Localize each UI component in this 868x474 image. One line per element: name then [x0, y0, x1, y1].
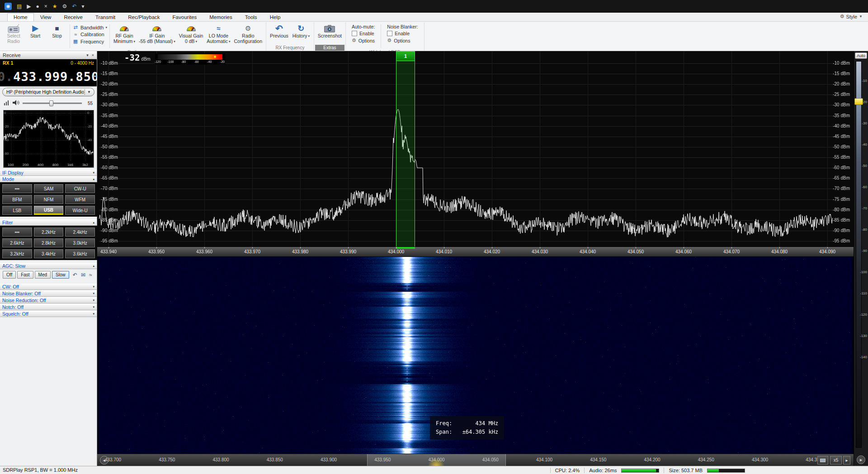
stop-button[interactable]: ■ Stop [47, 23, 67, 39]
chevron-down-icon[interactable]: ▾ [86, 53, 89, 57]
start-playback-icon[interactable]: ▶ [27, 4, 31, 9]
section-noise-reduction[interactable]: Noise Reduction: Off▾ [0, 297, 97, 303]
filter-button-2-6khz[interactable]: 2.6kHz [2, 238, 32, 247]
style-selector[interactable]: ⚙ Style ▼ [840, 14, 863, 19]
lo-mode-button[interactable]: ≈ LO Mode Automatic▾ [205, 23, 231, 45]
tab-favourites[interactable]: Favourites [166, 13, 203, 21]
agc-curve-icon[interactable]: ≈ [89, 272, 92, 278]
frequency-navigator[interactable]: ◂ 433.700433.750433.800433.850433.900433… [97, 454, 854, 466]
speaker-icon[interactable] [13, 99, 19, 107]
agc-envelope-icon[interactable]: ✉ [81, 272, 85, 278]
spectrum-frequency-scale[interactable]: 433.940433.950433.960433.970433.980433.9… [97, 246, 854, 257]
open-folder-icon[interactable]: ▤ [17, 4, 22, 9]
section-cw[interactable]: CW: Off▾ [0, 284, 97, 290]
visual-gain-button[interactable]: Visual Gain 0 dB▾ [178, 23, 205, 45]
navigator-freq-label: 434.250 [698, 457, 714, 462]
noise-blanker-enable-checkbox[interactable]: Enable [387, 31, 418, 36]
customize-toolbar-icon[interactable]: ▾ [81, 4, 84, 9]
select-radio-button[interactable]: Select Radio [3, 23, 24, 45]
range-slider-track[interactable] [856, 61, 862, 448]
close-icon[interactable]: × [92, 53, 94, 57]
navigator-display-button[interactable] [817, 456, 828, 465]
rf-gain-button[interactable]: RF Gain Minimum▾ [112, 23, 137, 45]
mode-button-nfm[interactable]: NFM [34, 195, 64, 204]
filter-button-3-4khz[interactable]: 3.4kHz [34, 249, 64, 258]
chevron-down-icon: ▾ [229, 40, 231, 43]
navigator-zoom-button[interactable]: x5 [830, 456, 842, 465]
app-icon[interactable]: ◉ [5, 3, 12, 10]
section-squelch[interactable]: Squelch: Off▾ [0, 311, 97, 317]
agc-button-med[interactable]: Med [35, 271, 51, 279]
close-icon[interactable]: × [44, 4, 47, 9]
favourites-icon[interactable]: ★ [52, 4, 57, 9]
radio-configuration-button[interactable]: ⚙ Radio Configuration [233, 23, 264, 45]
if-gain-button[interactable]: IF Gain -55 dB (Manual)▾ [137, 23, 177, 45]
spectrum-canvas[interactable] [99, 51, 833, 246]
filter-passband-region[interactable] [396, 61, 415, 246]
mode-button-more[interactable]: ••• [2, 184, 32, 193]
record-icon[interactable]: ● [36, 4, 39, 9]
tab-transmit[interactable]: Transmit [89, 13, 122, 21]
waterfall-panel[interactable]: Freq: 434 MHz Span: ±64.305 kHz [97, 257, 854, 454]
section-label: Noise Reduction: Off [2, 298, 46, 303]
volume-slider-thumb[interactable] [49, 100, 53, 106]
filter-button-3-0khz[interactable]: 3.0kHz [65, 238, 95, 247]
calibration-button[interactable]: ≈ Calibration [72, 32, 107, 37]
checkbox-icon [387, 31, 392, 36]
rf-gain-gauge-icon [120, 24, 129, 33]
agc-button-fast[interactable]: Fast [17, 271, 33, 279]
mode-button-sam[interactable]: SAM [34, 184, 64, 193]
mode-button-wfm[interactable]: WFM [65, 195, 95, 204]
filter-button-3-6khz[interactable]: 3.6kHz [65, 249, 95, 258]
tab-memories[interactable]: Memories [203, 13, 238, 21]
agc-undo-icon[interactable]: ↶ [73, 272, 77, 278]
mode-button-usb[interactable]: USB [34, 206, 64, 215]
volume-slider[interactable] [23, 100, 82, 106]
tab-rec-playback[interactable]: Rec/Playback [122, 13, 166, 21]
tab-receive[interactable]: Receive [57, 13, 89, 21]
frequency-display[interactable]: 0.433.999.850 [0, 66, 97, 86]
screenshot-button[interactable]: Screenshot [316, 23, 343, 39]
rx-marker[interactable]: 1 [396, 51, 415, 61]
filter-button-2-8khz[interactable]: 2.8kHz [34, 238, 64, 247]
section-filter[interactable]: Filter ▴ [0, 219, 97, 226]
tab-help[interactable]: Help [264, 13, 287, 21]
filter-button-more[interactable]: ••• [2, 228, 32, 237]
start-button[interactable]: ▶ Start [25, 23, 46, 39]
tools-icon[interactable]: ⚙ [62, 4, 67, 9]
mode-button-lsb[interactable]: LSB [2, 206, 32, 215]
previous-frequency-button[interactable]: ↶ Previous [269, 23, 290, 39]
auto-range-button[interactable]: Auto [855, 52, 867, 59]
mode-button-cw-u[interactable]: CW-U [65, 184, 95, 193]
section-mode[interactable]: Mode ▴ [0, 176, 97, 182]
auto-mute-enable-checkbox[interactable]: Enable [352, 31, 375, 36]
filter-button-3-2khz[interactable]: 3.2kHz [2, 249, 32, 258]
navigator-right-button[interactable]: ▸ [857, 455, 865, 464]
tab-home[interactable]: Home [7, 13, 34, 21]
mode-button-bfm[interactable]: BFM [2, 195, 32, 204]
frequency-button[interactable]: ▦ Frequency [72, 38, 107, 44]
mode-button-wide-u[interactable]: Wide-U [65, 206, 95, 215]
audio-device-select[interactable]: HP (Périphérique High Definition Audio) … [2, 88, 94, 96]
agc-button-off[interactable]: Off [3, 271, 16, 279]
bandwidth-button[interactable]: ⇄ Bandwidth ▾ [72, 24, 107, 30]
section-agc[interactable]: AGC: Slow ▴ [0, 263, 97, 269]
filter-button-2-4khz[interactable]: 2.4kHz [65, 228, 95, 237]
section-noise-blanker[interactable]: Noise Blanker: Off▾ [0, 290, 97, 297]
undo-icon[interactable]: ↶ [72, 4, 76, 9]
agc-button-slow[interactable]: Slow [52, 271, 69, 279]
auto-mute-options-button[interactable]: ⚙ Options [352, 38, 375, 43]
history-button[interactable]: ↻ History▾ [291, 23, 311, 39]
section-if-display[interactable]: IF Display ▾ [0, 170, 97, 176]
db-axis-label: -65 dBm [833, 175, 850, 180]
filter-button-2-2khz[interactable]: 2.2kHz [34, 228, 64, 237]
db-axis-label: -50 dBm [101, 144, 118, 149]
tab-view[interactable]: View [34, 13, 58, 21]
equalizer-icon[interactable] [4, 99, 9, 107]
section-notch[interactable]: Notch: Off▾ [0, 304, 97, 310]
noise-blanker-options-button[interactable]: ⚙ Options [387, 38, 418, 43]
tab-tools[interactable]: Tools [239, 13, 264, 21]
db-axis-label: -10 dBm [833, 61, 850, 66]
range-slider-handle[interactable] [854, 98, 863, 105]
navigator-expand-button[interactable]: ▸ [843, 456, 850, 465]
